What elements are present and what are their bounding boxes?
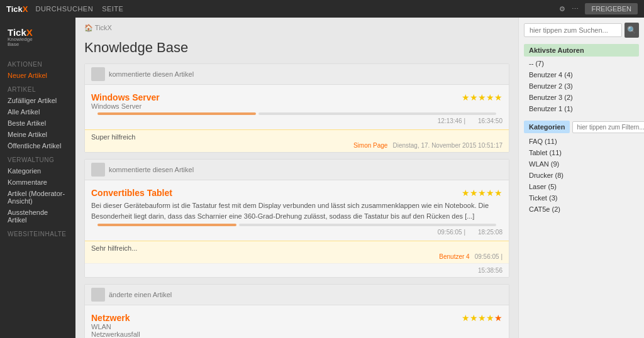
card-body-1: Windows Server ★★★★★ Windows Server 12:1… [85, 85, 509, 129]
page-header: 🏠 TickX [84, 24, 509, 32]
comment-date-1: Dienstag, 17. November 2015 10:51:17 [392, 142, 502, 149]
author-item-3[interactable]: Benutzer 3 (2) [524, 92, 639, 103]
progress-row-1 [91, 112, 502, 115]
card-tags-3: WLAN [91, 323, 502, 330]
card-tags-1: Windows Server [91, 102, 502, 110]
nav-durchsuchen[interactable]: DURCHSUCHEN [35, 5, 93, 13]
extra-comment-time-2: 15:38:56 [91, 267, 502, 274]
activity-card-3: änderte einen Artikel Netzwerk ★★★★★ WLA… [84, 284, 509, 338]
sidebar-item-alle-artikel[interactable]: Alle Artikel [0, 106, 75, 117]
article-title-3[interactable]: Netzwerk [91, 313, 130, 323]
search-button[interactable]: 🔍 [625, 23, 639, 38]
sidebar-logo: TickX KnowledgeBase [0, 25, 75, 56]
time-row-1: 12:13:46 | 16:34:50 [91, 117, 502, 124]
card-header-text-1: kommentierte diesen Artikel [109, 70, 194, 78]
breadcrumb: 🏠 TickX [84, 24, 112, 32]
category-item-1[interactable]: Tablet (11) [524, 147, 639, 158]
author-item-1[interactable]: Benutzer 4 (4) [524, 69, 639, 80]
sidebar-item-neuer-artikel[interactable]: Neuer Artikel [0, 70, 75, 81]
content-area: 🏠 TickX Knowledge Base kommentierte dies… [75, 18, 518, 338]
topbar-right: ⚙ ⋯ FREIGEBEN [559, 3, 638, 14]
sidebar-item-oeffentliche-artikel[interactable]: Öffentliche Artikel [0, 140, 75, 151]
card-header-1: kommentierte diesen Artikel [85, 64, 509, 85]
categories-label: Kategorien [524, 121, 570, 133]
comment-text-1: Super hilfreich [91, 133, 502, 141]
avatar-3 [91, 288, 105, 302]
sidebar: TickX KnowledgeBase Aktionen Neuer Artik… [0, 18, 75, 338]
comment-time-2: 09:56:05 | [475, 253, 502, 260]
sidebar-item-ausstehende-artikel[interactable]: Ausstehende Artikel [0, 207, 75, 226]
card-body-3: Netzwerk ★★★★★ WLAN Netzwerkausfall 12:1… [85, 305, 509, 338]
card-header-3: änderte einen Artikel [85, 285, 509, 305]
comment-author-1[interactable]: Simon Page [353, 142, 387, 149]
category-item-3[interactable]: Drucker (8) [524, 170, 639, 181]
card-meta-row-2: Convertibles Tablet ★★★★★ [91, 188, 502, 198]
activity-card-1: kommentierte diesen Artikel Windows Serv… [84, 63, 509, 153]
settings-icon[interactable]: ⚙ [559, 5, 565, 13]
progress-row-2 [91, 224, 502, 226]
card-meta-row-3: Netzwerk ★★★★★ [91, 313, 502, 323]
card-header-2: kommentierte diesen Artikel [85, 160, 509, 180]
topbar-nav: DURCHSUCHEN SEITE [35, 5, 123, 13]
topbar: TickX DURCHSUCHEN SEITE ⚙ ⋯ FREIGEBEN [0, 0, 644, 18]
topbar-logo: TickX [6, 4, 28, 14]
sidebar-item-artikel-moderator[interactable]: Artikel (Moderator-Ansicht) [0, 188, 75, 207]
page-title: Knowledge Base [84, 40, 509, 56]
nav-seite[interactable]: SEITE [102, 5, 123, 13]
sidebar-item-beste-artikel[interactable]: Beste Artikel [0, 117, 75, 129]
sidebar-item-kategorien[interactable]: Kategorien [0, 165, 75, 177]
avatar-1 [91, 67, 105, 81]
category-item-2[interactable]: WLAN (9) [524, 158, 639, 170]
category-item-5[interactable]: Ticket (3) [524, 192, 639, 204]
card-excerpt-2: Bei dieser Gerätebauform ist die Tastatu… [91, 200, 502, 221]
stars-2: ★★★★★ [462, 188, 502, 198]
article-title-1[interactable]: Windows Server [91, 92, 160, 102]
card-header-text-2: kommentierte diesen Artikel [109, 166, 194, 173]
comment-author-2[interactable]: Benutzer 4 [439, 253, 469, 260]
dots-icon[interactable]: ⋯ [572, 5, 579, 13]
layout: TickX KnowledgeBase Aktionen Neuer Artik… [0, 18, 644, 338]
author-item-2[interactable]: Benutzer 2 (3) [524, 80, 639, 92]
category-item-0[interactable]: FAQ (11) [524, 136, 639, 147]
comment-text-2: Sehr hilfreich... [91, 244, 502, 252]
section-label-websiteinhalte: Websiteinhalte [0, 226, 75, 239]
search-row: 🔍 [524, 23, 639, 38]
comment-meta-1: Simon Page Dienstag, 17. November 2015 1… [91, 142, 502, 149]
freigeben-button[interactable]: FREIGEBEN [585, 3, 638, 14]
sidebar-item-meine-artikel[interactable]: Meine Artikel [0, 129, 75, 140]
stars-1: ★★★★★ [462, 92, 502, 102]
section-label-verwaltung: Verwaltung [0, 151, 75, 165]
avatar-2 [91, 163, 105, 177]
active-authors-header: Aktivste Autoren [524, 44, 639, 57]
card-meta-row-1: Windows Server ★★★★★ [91, 92, 502, 102]
time-row-2: 09:56:05 | 18:25:08 [91, 229, 502, 236]
card-header-text-3: änderte einen Artikel [109, 291, 172, 298]
sidebar-item-zufaelliger-artikel[interactable]: Zufälliger Artikel [0, 95, 75, 106]
categories-filter-input[interactable] [572, 121, 644, 133]
comment-row-2: Sehr hilfreich... Benutzer 4 09:56:05 | [85, 241, 509, 263]
card-comment-3: Netzwerkausfall [91, 330, 502, 338]
categories-header-row: Kategorien [524, 121, 639, 133]
author-item-0[interactable]: -- (7) [524, 58, 639, 69]
article-title-2[interactable]: Convertibles Tablet [91, 188, 172, 198]
author-item-4[interactable]: Benutzer 1 (1) [524, 103, 639, 114]
section-label-artikel: Artikel [0, 81, 75, 95]
comment-row-1: Super hilfreich Simon Page Dienstag, 17.… [85, 129, 509, 152]
comment-meta-2: Benutzer 4 09:56:05 | [91, 253, 502, 260]
card-body-2: Convertibles Tablet ★★★★★ Bei dieser Ger… [85, 180, 509, 241]
sidebar-item-kommentare[interactable]: Kommentare [0, 177, 75, 188]
topbar-left: TickX DURCHSUCHEN SEITE [6, 4, 123, 14]
activity-card-2: kommentierte diesen Artikel Convertibles… [84, 159, 509, 278]
main: 🏠 TickX Knowledge Base kommentierte dies… [75, 18, 644, 338]
right-panel: 🔍 Aktivste Autoren -- (7) Benutzer 4 (4)… [518, 18, 644, 338]
category-item-4[interactable]: Laser (5) [524, 181, 639, 192]
search-input[interactable] [524, 23, 622, 37]
stars-3: ★★★★★ [462, 313, 502, 323]
section-label-aktionen: Aktionen [0, 56, 75, 70]
category-item-6[interactable]: CAT5e (2) [524, 204, 639, 215]
extra-comment-row-2: 15:38:56 [85, 263, 509, 277]
